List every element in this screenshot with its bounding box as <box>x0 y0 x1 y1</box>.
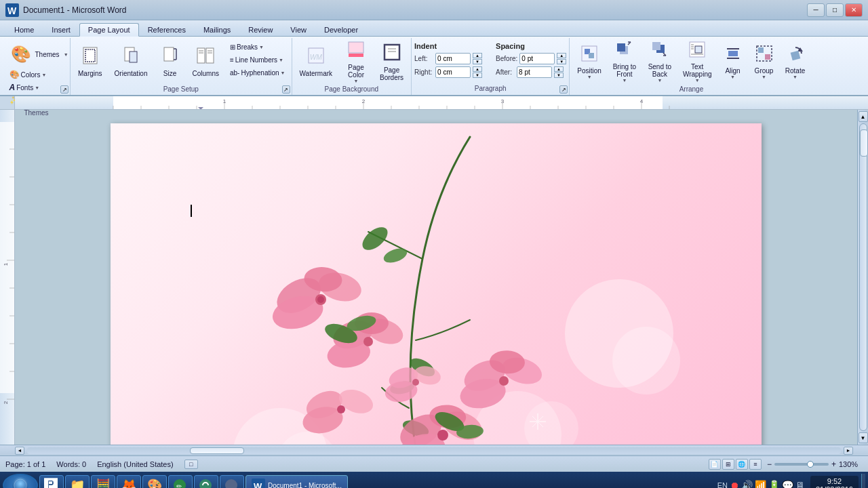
colors-dropdown-arrow: ▼ <box>41 73 46 77</box>
page-color-button[interactable]: Page Color ▼ <box>340 41 372 83</box>
app-icon: W <box>5 3 19 17</box>
bring-front-dropdown: ▼ <box>622 78 627 83</box>
taskbar-firefox[interactable]: 🦊 <box>117 475 141 488</box>
spacing-before-up[interactable]: ▲ <box>557 53 566 58</box>
indent-right-input[interactable]: 0 cm <box>435 66 471 78</box>
size-button[interactable]: Size <box>155 41 185 83</box>
tab-references[interactable]: References <box>139 23 195 36</box>
hyphenation-button[interactable]: ab- Hyphenation ▼ <box>226 66 289 79</box>
full-screen-button[interactable]: ⊞ <box>722 459 734 470</box>
show-desktop-button[interactable] <box>861 474 865 488</box>
title-bar: W Document1 - Microsoft Word ─ □ ✕ <box>0 0 868 20</box>
indent-right-up[interactable]: ▲ <box>473 66 482 72</box>
rotate-dropdown: ▼ <box>793 75 797 79</box>
margins-button[interactable]: Margins <box>73 41 107 83</box>
taskbar-word[interactable]: W Document1 - Microsoft... <box>245 475 348 488</box>
document-area[interactable] <box>15 110 857 445</box>
scroll-down-button[interactable]: ▼ <box>859 432 868 443</box>
position-button[interactable]: Position ▼ <box>572 41 606 83</box>
bring-to-front-button[interactable]: Bring to Front ▼ <box>608 41 642 83</box>
taskbar-app7[interactable] <box>220 475 244 488</box>
svg-point-92 <box>612 327 680 394</box>
tab-home[interactable]: Home <box>5 23 43 36</box>
taskbar-corel[interactable]: ✏ <box>168 475 193 488</box>
close-button[interactable]: ✕ <box>845 3 863 17</box>
themes-button[interactable]: 🎨 Themes ▼ <box>6 41 67 68</box>
rotate-button[interactable]: Rotate ▼ <box>781 41 810 83</box>
hscroll-right-button[interactable]: ► <box>844 447 853 455</box>
tab-view[interactable]: View <box>281 23 315 36</box>
spacing-after-input[interactable]: 8 pt <box>517 66 552 78</box>
vertical-scrollbar[interactable]: ▲ ▼ <box>857 110 868 445</box>
tab-developer[interactable]: Developer <box>315 23 367 36</box>
minimize-button[interactable]: ─ <box>807 3 825 17</box>
ribbon-group-arrange: Position ▼ Bring to Front ▼ <box>570 38 812 95</box>
language: English (United States) <box>97 460 174 468</box>
zoom-in-icon[interactable]: + <box>831 460 836 469</box>
zoom-slider[interactable] <box>774 463 829 466</box>
indent-right-down[interactable]: ▼ <box>473 73 482 78</box>
group-button[interactable]: Group ▼ <box>749 41 779 83</box>
svg-text:2: 2 <box>362 98 366 104</box>
orientation-button[interactable]: Orientation <box>110 41 153 83</box>
scroll-track[interactable] <box>859 123 867 431</box>
page-setup-expand[interactable]: ↗ <box>282 85 290 94</box>
web-layout-button[interactable]: 🌐 <box>736 459 748 470</box>
themes-expand[interactable]: ↗ <box>60 85 68 94</box>
zoom-level: 130% <box>839 460 863 468</box>
zoom-out-icon[interactable]: − <box>767 460 772 469</box>
scroll-thumb[interactable] <box>860 129 868 157</box>
colors-button[interactable]: 🎨 Colors ▼ <box>6 68 67 81</box>
system-clock[interactable]: 9:52 21/03/2016 <box>810 476 859 488</box>
status-right-section: 📄 ⊞ 🌐 ≡ − + 130% <box>709 459 863 470</box>
taskbar-file-explorer[interactable]: 📁 <box>65 475 90 488</box>
indent-left-down[interactable]: ▼ <box>473 59 482 64</box>
tab-review[interactable]: Review <box>239 23 281 36</box>
spacing-after-down[interactable]: ▼ <box>554 73 564 78</box>
hscroll-track[interactable] <box>27 447 841 454</box>
spacing-before-down[interactable]: ▼ <box>557 59 566 64</box>
text-wrapping-button[interactable]: Text Wrapping ▼ <box>678 41 717 83</box>
indent-left-input[interactable]: 0 cm <box>435 53 471 64</box>
scroll-up-button[interactable]: ▲ <box>859 111 868 122</box>
print-layout-button[interactable]: 📄 <box>709 459 721 470</box>
spacing-after-label: After: <box>496 68 515 76</box>
tab-page-layout[interactable]: Page Layout <box>79 23 139 37</box>
outline-button[interactable]: ≡ <box>749 459 762 470</box>
taskbar-photoshop[interactable]: 🅿 <box>39 475 64 488</box>
send-to-back-button[interactable]: Send to Back ▼ <box>643 41 677 83</box>
hscroll-thumb[interactable] <box>190 447 244 454</box>
svg-rect-50 <box>113 96 663 110</box>
columns-button[interactable]: Columns <box>188 41 224 83</box>
align-dropdown: ▼ <box>730 75 735 79</box>
svg-rect-78 <box>0 122 15 393</box>
page-color-dropdown: ▼ <box>354 79 359 83</box>
align-button[interactable]: Align ▼ <box>718 41 748 83</box>
ribbon: 🎨 Themes ▼ 🎨 Colors ▼ A Fonts ▼ ✨ Effect… <box>0 37 868 96</box>
zoom-thumb[interactable] <box>807 461 814 468</box>
taskbar-calculator[interactable]: 🧮 <box>91 475 115 488</box>
maximize-button[interactable]: □ <box>826 3 844 17</box>
paragraph-expand[interactable]: ↗ <box>559 85 568 94</box>
hscroll-left-button[interactable]: ◄ <box>15 447 24 455</box>
horizontal-scrollbar[interactable]: ◄ ► <box>0 445 868 455</box>
fonts-button[interactable]: A Fonts ▼ <box>6 81 67 94</box>
spacing-before-input[interactable]: 0 pt <box>519 53 555 64</box>
watermark-button[interactable]: WM Watermark <box>295 41 338 83</box>
document-layout-button[interactable]: □ <box>184 460 198 469</box>
taskbar-app6[interactable] <box>194 475 218 488</box>
zoom-control[interactable]: − + 130% <box>767 460 863 469</box>
spacing-after-up[interactable]: ▲ <box>554 66 564 72</box>
tab-insert[interactable]: Insert <box>43 23 79 36</box>
svg-point-130 <box>412 379 419 386</box>
svg-rect-25 <box>589 53 594 58</box>
taskbar-paint[interactable]: 🎨 <box>142 475 167 488</box>
tab-mailings[interactable]: Mailings <box>195 23 239 36</box>
line-numbers-button[interactable]: ≡ Line Numbers ▼ <box>226 54 289 66</box>
breaks-button[interactable]: ⊞ Breaks ▼ <box>226 41 289 53</box>
tray-icon2: 📶 <box>755 480 766 488</box>
page-borders-button[interactable]: Page Borders <box>375 41 408 83</box>
start-button[interactable] <box>3 474 38 488</box>
svg-rect-47 <box>790 50 800 60</box>
indent-left-up[interactable]: ▲ <box>473 53 482 58</box>
